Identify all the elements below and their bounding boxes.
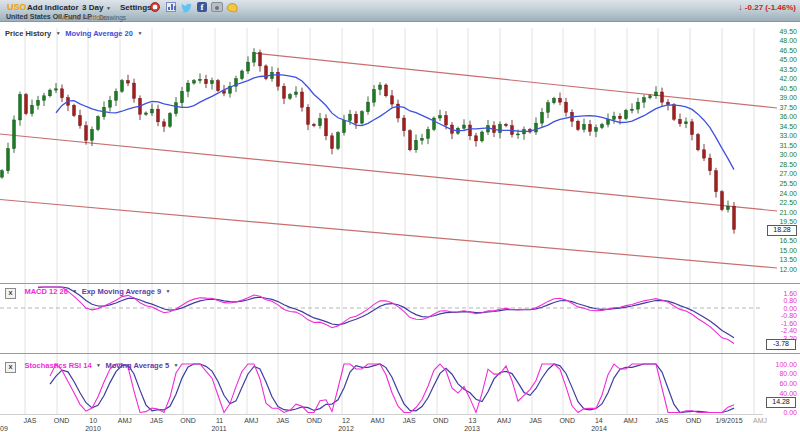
svg-text:22.50: 22.50	[779, 199, 797, 206]
svg-text:27.00: 27.00	[779, 170, 797, 177]
svg-text:60.00: 60.00	[779, 380, 797, 387]
trend-channel-lines	[0, 53, 777, 268]
svg-text:15.00: 15.00	[779, 247, 797, 254]
drawings-link[interactable]: Drawings	[99, 14, 126, 21]
svg-text:JAS: JAS	[403, 417, 416, 424]
candles-layer	[1, 48, 736, 234]
last-price-box: 18.28	[767, 225, 797, 236]
ma20-dropdown[interactable]: Moving Average 20	[65, 29, 133, 38]
svg-text:13.50: 13.50	[779, 256, 797, 263]
price-change: ↓ -0.27 (-1.46%)	[738, 2, 796, 12]
svg-text:OND: OND	[54, 417, 70, 424]
svg-text:2011: 2011	[211, 425, 226, 432]
svg-text:0.80: 0.80	[783, 297, 797, 304]
svg-text:OND: OND	[686, 417, 702, 424]
svg-text:49.50: 49.50	[779, 28, 797, 35]
svg-text:48.00: 48.00	[779, 37, 797, 44]
macd-caret-icon[interactable]: ▼	[72, 288, 77, 294]
svg-text:33.00: 33.00	[779, 132, 797, 139]
svg-text:80.00: 80.00	[779, 370, 797, 377]
svg-text:11: 11	[216, 417, 223, 424]
svg-text:31.50: 31.50	[779, 142, 797, 149]
notification-icon[interactable]	[226, 2, 239, 14]
svg-text:OND: OND	[559, 417, 575, 424]
price-history-dropdown[interactable]: Price History	[5, 29, 51, 38]
timeframe-select[interactable]: 3 Day	[82, 3, 103, 12]
add-indicator-button[interactable]: Add Indicator	[27, 3, 79, 12]
svg-text:2010: 2010	[85, 425, 101, 432]
svg-text:2013: 2013	[464, 425, 480, 432]
stoch-signal-caret-icon[interactable]: ▼	[174, 362, 179, 368]
stoch-close-button[interactable]: X	[5, 362, 16, 373]
stoch-dropdown[interactable]: Stochastics RSI 14	[24, 361, 91, 370]
svg-text:34.50: 34.50	[779, 123, 797, 130]
toolbar-row-2: United States Oil Fund LP Add to Portfol…	[0, 13, 800, 21]
toolbar-row-1: USO Add Indicator 3 Day ▼ Settings f ↓ -…	[0, 0, 800, 13]
stoch-axis-labels: 100.0080.0060.0040.000.00	[776, 361, 798, 417]
toolbar: USO Add Indicator 3 Day ▼ Settings f ↓ -…	[0, 0, 800, 22]
svg-text:AMJ: AMJ	[118, 417, 132, 424]
macd-axis-labels: 1.600.800.00-0.80-1.60-2.40-3.20	[781, 290, 797, 342]
svg-text:37.50: 37.50	[779, 104, 797, 111]
svg-text:JAS: JAS	[150, 417, 163, 424]
svg-text:0.00: 0.00	[783, 305, 797, 312]
svg-text:-0.80: -0.80	[781, 312, 797, 319]
svg-text:36.00: 36.00	[779, 113, 797, 120]
svg-text:10: 10	[89, 417, 97, 424]
svg-text:16.50: 16.50	[779, 237, 797, 244]
svg-text:2014: 2014	[591, 425, 607, 432]
svg-text:100.00: 100.00	[776, 361, 798, 368]
macd-value-box: -3.78	[766, 339, 796, 350]
svg-text:28.50: 28.50	[779, 161, 797, 168]
ma20-caret-icon[interactable]: ▼	[137, 30, 142, 36]
svg-text:14: 14	[595, 417, 603, 424]
svg-text:46.50: 46.50	[779, 47, 797, 54]
svg-text:0.00: 0.00	[783, 409, 797, 416]
symbol-label[interactable]: USO	[7, 2, 27, 12]
bar-chart-icon[interactable]	[166, 2, 176, 12]
svg-text:24.00: 24.00	[779, 190, 797, 197]
macd-signal-caret-icon[interactable]: ▼	[166, 288, 171, 294]
svg-text:JAS: JAS	[656, 417, 669, 424]
change-text: -0.27 (-1.46%)	[745, 3, 796, 12]
svg-text:OND: OND	[307, 417, 323, 424]
camera-icon[interactable]	[211, 2, 223, 12]
facebook-icon[interactable]: f	[197, 2, 207, 12]
svg-text:12: 12	[342, 417, 350, 424]
macd-dropdown[interactable]: MACD 12 26	[24, 287, 67, 296]
svg-text:AMJ: AMJ	[244, 417, 258, 424]
down-arrow-icon: ↓	[738, 2, 743, 12]
svg-text:JAS: JAS	[24, 417, 37, 424]
settings-button[interactable]: Settings	[120, 3, 152, 12]
macd-panel-header: X MACD 12 26 ▼ Exp Moving Average 9 ▼	[5, 280, 171, 299]
svg-text:40.00: 40.00	[779, 390, 797, 397]
alert-clock-icon[interactable]	[150, 2, 160, 12]
x-axis-labels: JASOND10AMJJASOND11AMJJASOND12AMJJASOND1…	[0, 417, 767, 432]
stoch-panel-header: X Stochastics RSI 14 ▼ Moving Average 5 …	[5, 354, 178, 373]
timeframe-caret-icon[interactable]: ▼	[106, 5, 111, 11]
stoch-value-box: 14.28	[766, 397, 796, 408]
macd-close-button[interactable]: X	[5, 288, 16, 299]
svg-text:AMJ: AMJ	[753, 417, 767, 424]
svg-text:JAS: JAS	[276, 417, 289, 424]
svg-text:OND: OND	[180, 417, 196, 424]
svg-text:25.50: 25.50	[779, 180, 797, 187]
svg-text:OND: OND	[433, 417, 449, 424]
svg-text:43.50: 43.50	[779, 66, 797, 73]
price-history-caret-icon[interactable]: ▼	[56, 30, 61, 36]
svg-text:12.00: 12.00	[779, 266, 797, 273]
price-panel-header: Price History ▼ Moving Average 20 ▼	[5, 22, 142, 40]
svg-text:AMJ: AMJ	[497, 417, 511, 424]
svg-text:2012: 2012	[338, 425, 354, 432]
macd-signal-dropdown[interactable]: Exp Moving Average 9	[82, 287, 161, 296]
svg-text:AMJ: AMJ	[371, 417, 385, 424]
stoch-signal-dropdown[interactable]: Moving Average 5	[105, 361, 169, 370]
svg-text:45.00: 45.00	[779, 56, 797, 63]
svg-text:-2.40: -2.40	[781, 327, 797, 334]
chart-window: 49.5048.0046.5045.0043.5042.0040.5039.00…	[0, 0, 800, 432]
svg-text:AMJ: AMJ	[623, 417, 637, 424]
stoch-caret-icon[interactable]: ▼	[96, 362, 101, 368]
twitter-icon[interactable]	[181, 2, 191, 12]
svg-text:-1.60: -1.60	[781, 320, 797, 327]
svg-text:1/9/2015: 1/9/2015	[715, 417, 742, 424]
